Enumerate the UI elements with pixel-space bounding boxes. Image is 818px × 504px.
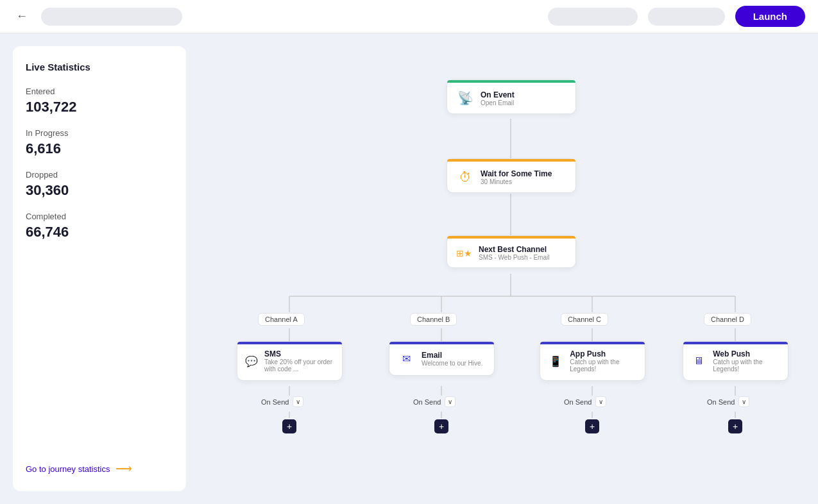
web-push-card-title: Web Push [713,349,780,358]
on-send-row-c: On Send ∨ [564,396,606,407]
launch-button[interactable]: Launch [735,6,805,27]
channel-c-label: Channel C [561,313,608,326]
wait-title: Wait for Some Time [481,169,552,178]
wait-subtitle: 30 Minutes [481,178,552,185]
app-push-card-sub: Catch up with the Legends! [570,358,637,373]
stat-inprogress-value: 6,616 [26,140,173,157]
plus-btn-c[interactable]: + [585,419,599,433]
stat-dropped-value: 30,360 [26,182,173,199]
stat-entered-value: 103,722 [26,99,173,115]
stat-completed-value: 66,746 [26,224,173,240]
flow-canvas: 📡 On Event Open Email ⏱ Wait for Some Ti… [196,46,805,491]
on-send-chevron-b[interactable]: ∨ [445,396,456,407]
email-card-title: Email [422,351,482,360]
on-event-icon: 📡 [456,89,474,107]
on-event-title: On Event [481,90,515,99]
stat-dropped-label: Dropped [26,170,173,180]
next-best-subtitle: SMS - Web Push - Email [479,254,549,261]
next-best-node[interactable]: ⊞★ Next Best Channel SMS - Web Push - Em… [447,235,576,268]
stat-entered: Entered 103,722 [26,87,173,115]
topbar-title-pill [41,8,182,26]
on-event-node[interactable]: 📡 On Event Open Email [447,80,576,114]
stat-completed: Completed 66,746 [26,212,173,240]
on-send-row-d: On Send ∨ [707,396,749,407]
on-send-chevron-d[interactable]: ∨ [738,396,749,407]
sms-card-title: SMS [264,349,334,358]
app-push-card[interactable]: 📱 App Push Catch up with the Legends! [540,341,645,381]
go-link-text: Go to journey statistics [26,464,110,474]
stat-completed-label: Completed [26,212,173,221]
plus-btn-a[interactable]: + [282,419,296,433]
main-content: Live Statistics Entered 103,722 In Progr… [0,33,818,504]
wait-icon: ⏱ [456,168,474,186]
topbar: ← Launch [0,0,818,33]
email-card[interactable]: ✉ Email Welcome to our Hive. [389,341,495,376]
sms-card[interactable]: 💬 SMS Take 20% off your order with code … [237,341,343,381]
sms-card-sub: Take 20% off your order with code ... [264,358,334,373]
on-send-chevron-a[interactable]: ∨ [293,396,303,407]
left-panel: Live Statistics Entered 103,722 In Progr… [13,46,186,491]
stat-entered-label: Entered [26,87,173,96]
web-push-icon: 🖥 [691,352,706,370]
next-best-title: Next Best Channel [479,245,549,254]
topbar-pill-2 [648,8,725,26]
channel-a-label: Channel A [258,313,305,326]
next-best-icon: ⊞★ [456,248,472,258]
app-push-card-title: App Push [570,349,637,358]
email-card-sub: Welcome to our Hive. [422,360,482,367]
email-icon: ✉ [397,349,415,367]
channel-d-label: Channel D [704,313,751,326]
wait-node[interactable]: ⏱ Wait for Some Time 30 Minutes [447,158,576,193]
web-push-card-sub: Catch up with the Legends! [713,358,780,373]
stat-inprogress: In Progress 6,616 [26,128,173,157]
sms-icon: 💬 [245,352,258,370]
go-journey-statistics-link[interactable]: Go to journey statistics ⟶ [26,451,173,476]
plus-btn-d[interactable]: + [728,419,742,433]
app-push-icon: 📱 [548,352,563,370]
back-button[interactable]: ← [13,8,31,26]
on-send-row-b: On Send ∨ [413,396,456,407]
arrow-icon: ⟶ [115,462,132,476]
panel-title: Live Statistics [26,62,173,72]
on-event-subtitle: Open Email [481,99,515,106]
channel-b-label: Channel B [410,313,457,326]
on-send-chevron-c[interactable]: ∨ [595,396,606,407]
web-push-card[interactable]: 🖥 Web Push Catch up with the Legends! [683,341,788,381]
plus-btn-b[interactable]: + [434,419,448,433]
stat-inprogress-label: In Progress [26,128,173,138]
stat-dropped: Dropped 30,360 [26,170,173,199]
on-send-row-a: On Send ∨ [261,396,303,407]
topbar-pill-1 [548,8,638,26]
